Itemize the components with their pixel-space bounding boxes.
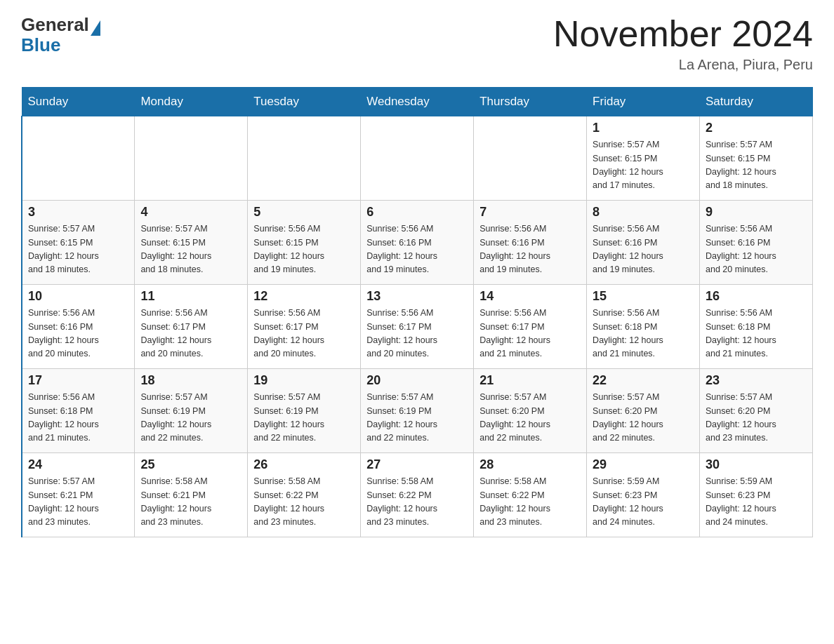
day-info: Sunrise: 5:56 AM Sunset: 6:17 PM Dayligh…: [479, 307, 581, 361]
day-info: Sunrise: 5:56 AM Sunset: 6:16 PM Dayligh…: [706, 222, 807, 277]
day-number: 7: [479, 205, 581, 220]
calendar-cell: 5Sunrise: 5:56 AM Sunset: 6:15 PM Daylig…: [248, 201, 361, 285]
weekday-header-row: SundayMondayTuesdayWednesdayThursdayFrid…: [22, 88, 813, 116]
calendar-cell: [135, 116, 248, 201]
day-info: Sunrise: 5:56 AM Sunset: 6:17 PM Dayligh…: [140, 307, 241, 361]
calendar-cell: 11Sunrise: 5:56 AM Sunset: 6:17 PM Dayli…: [135, 285, 248, 369]
day-info: Sunrise: 5:58 AM Sunset: 6:22 PM Dayligh…: [479, 475, 581, 530]
day-info: Sunrise: 5:57 AM Sunset: 6:15 PM Dayligh…: [140, 222, 241, 277]
day-number: 26: [253, 457, 355, 472]
logo-general-text: General: [21, 14, 89, 35]
calendar-cell: 3Sunrise: 5:57 AM Sunset: 6:15 PM Daylig…: [22, 201, 135, 285]
calendar-cell: 14Sunrise: 5:56 AM Sunset: 6:17 PM Dayli…: [474, 285, 587, 369]
day-info: Sunrise: 5:57 AM Sunset: 6:15 PM Dayligh…: [28, 222, 128, 277]
day-number: 28: [479, 457, 581, 472]
calendar-cell: 27Sunrise: 5:58 AM Sunset: 6:22 PM Dayli…: [361, 453, 474, 537]
calendar-cell: 10Sunrise: 5:56 AM Sunset: 6:16 PM Dayli…: [22, 285, 135, 369]
day-info: Sunrise: 5:58 AM Sunset: 6:22 PM Dayligh…: [253, 475, 355, 530]
day-info: Sunrise: 5:57 AM Sunset: 6:19 PM Dayligh…: [253, 391, 355, 445]
day-info: Sunrise: 5:58 AM Sunset: 6:21 PM Dayligh…: [140, 475, 241, 530]
day-info: Sunrise: 5:56 AM Sunset: 6:15 PM Dayligh…: [253, 222, 355, 277]
day-info: Sunrise: 5:56 AM Sunset: 6:18 PM Dayligh…: [28, 391, 128, 445]
calendar-cell: 12Sunrise: 5:56 AM Sunset: 6:17 PM Dayli…: [248, 285, 361, 369]
location-label: La Arena, Piura, Peru: [553, 57, 813, 73]
day-number: 23: [706, 373, 807, 388]
week-row-2: 3Sunrise: 5:57 AM Sunset: 6:15 PM Daylig…: [22, 201, 813, 285]
day-number: 17: [28, 373, 128, 388]
calendar-cell: 18Sunrise: 5:57 AM Sunset: 6:19 PM Dayli…: [135, 369, 248, 453]
calendar-cell: 30Sunrise: 5:59 AM Sunset: 6:23 PM Dayli…: [700, 453, 813, 537]
logo: General Blue: [21, 14, 100, 56]
day-info: Sunrise: 5:56 AM Sunset: 6:17 PM Dayligh…: [366, 307, 468, 361]
day-info: Sunrise: 5:57 AM Sunset: 6:15 PM Dayligh…: [593, 138, 694, 193]
day-info: Sunrise: 5:56 AM Sunset: 6:18 PM Dayligh…: [593, 307, 694, 361]
day-info: Sunrise: 5:56 AM Sunset: 6:18 PM Dayligh…: [706, 307, 807, 361]
weekday-header-saturday: Saturday: [700, 88, 813, 116]
day-number: 11: [140, 289, 241, 304]
day-number: 3: [28, 205, 128, 220]
weekday-header-friday: Friday: [587, 88, 700, 116]
calendar-cell: 21Sunrise: 5:57 AM Sunset: 6:20 PM Dayli…: [474, 369, 587, 453]
title-block: November 2024 La Arena, Piura, Peru: [553, 14, 813, 73]
calendar-cell: 15Sunrise: 5:56 AM Sunset: 6:18 PM Dayli…: [587, 285, 700, 369]
calendar-cell: 28Sunrise: 5:58 AM Sunset: 6:22 PM Dayli…: [474, 453, 587, 537]
day-number: 25: [140, 457, 241, 472]
day-info: Sunrise: 5:57 AM Sunset: 6:20 PM Dayligh…: [593, 391, 694, 445]
day-info: Sunrise: 5:56 AM Sunset: 6:16 PM Dayligh…: [366, 222, 468, 277]
day-info: Sunrise: 5:56 AM Sunset: 6:16 PM Dayligh…: [28, 307, 128, 361]
week-row-3: 10Sunrise: 5:56 AM Sunset: 6:16 PM Dayli…: [22, 285, 813, 369]
day-info: Sunrise: 5:56 AM Sunset: 6:16 PM Dayligh…: [479, 222, 581, 277]
day-info: Sunrise: 5:57 AM Sunset: 6:21 PM Dayligh…: [28, 475, 128, 530]
calendar-cell: 4Sunrise: 5:57 AM Sunset: 6:15 PM Daylig…: [135, 201, 248, 285]
day-number: 30: [706, 457, 807, 472]
calendar-cell: 9Sunrise: 5:56 AM Sunset: 6:16 PM Daylig…: [700, 201, 813, 285]
weekday-header-monday: Monday: [135, 88, 248, 116]
day-number: 21: [479, 373, 581, 388]
calendar-cell: 6Sunrise: 5:56 AM Sunset: 6:16 PM Daylig…: [361, 201, 474, 285]
weekday-header-sunday: Sunday: [22, 88, 135, 116]
weekday-header-thursday: Thursday: [474, 88, 587, 116]
week-row-1: 1Sunrise: 5:57 AM Sunset: 6:15 PM Daylig…: [22, 116, 813, 201]
calendar-cell: [22, 116, 135, 201]
day-number: 9: [706, 205, 807, 220]
day-info: Sunrise: 5:59 AM Sunset: 6:23 PM Dayligh…: [593, 475, 694, 530]
weekday-header-wednesday: Wednesday: [361, 88, 474, 116]
day-number: 1: [593, 121, 694, 135]
day-number: 5: [253, 205, 355, 220]
calendar-cell: 17Sunrise: 5:56 AM Sunset: 6:18 PM Dayli…: [22, 369, 135, 453]
day-number: 12: [253, 289, 355, 304]
day-number: 22: [593, 373, 694, 388]
calendar-cell: [474, 116, 587, 201]
day-info: Sunrise: 5:56 AM Sunset: 6:17 PM Dayligh…: [253, 307, 355, 361]
logo-blue-text: Blue: [21, 34, 100, 56]
day-number: 10: [28, 289, 128, 304]
day-number: 24: [28, 457, 128, 472]
day-info: Sunrise: 5:56 AM Sunset: 6:16 PM Dayligh…: [593, 222, 694, 277]
calendar-cell: [361, 116, 474, 201]
logo-triangle-icon: [91, 20, 100, 36]
day-number: 6: [366, 205, 468, 220]
day-info: Sunrise: 5:57 AM Sunset: 6:15 PM Dayligh…: [706, 138, 807, 193]
calendar-cell: 23Sunrise: 5:57 AM Sunset: 6:20 PM Dayli…: [700, 369, 813, 453]
day-number: 4: [140, 205, 241, 220]
day-info: Sunrise: 5:57 AM Sunset: 6:20 PM Dayligh…: [479, 391, 581, 445]
week-row-5: 24Sunrise: 5:57 AM Sunset: 6:21 PM Dayli…: [22, 453, 813, 537]
day-number: 16: [706, 289, 807, 304]
calendar-cell: 1Sunrise: 5:57 AM Sunset: 6:15 PM Daylig…: [587, 116, 700, 201]
calendar-cell: 2Sunrise: 5:57 AM Sunset: 6:15 PM Daylig…: [700, 116, 813, 201]
day-info: Sunrise: 5:57 AM Sunset: 6:19 PM Dayligh…: [140, 391, 241, 445]
calendar-cell: 29Sunrise: 5:59 AM Sunset: 6:23 PM Dayli…: [587, 453, 700, 537]
calendar-cell: 8Sunrise: 5:56 AM Sunset: 6:16 PM Daylig…: [587, 201, 700, 285]
day-number: 8: [593, 205, 694, 220]
calendar-cell: 22Sunrise: 5:57 AM Sunset: 6:20 PM Dayli…: [587, 369, 700, 453]
day-number: 27: [366, 457, 468, 472]
day-number: 2: [706, 121, 807, 135]
day-info: Sunrise: 5:57 AM Sunset: 6:20 PM Dayligh…: [706, 391, 807, 445]
calendar-cell: 13Sunrise: 5:56 AM Sunset: 6:17 PM Dayli…: [361, 285, 474, 369]
day-number: 18: [140, 373, 241, 388]
day-number: 19: [253, 373, 355, 388]
week-row-4: 17Sunrise: 5:56 AM Sunset: 6:18 PM Dayli…: [22, 369, 813, 453]
weekday-header-tuesday: Tuesday: [248, 88, 361, 116]
calendar-cell: 19Sunrise: 5:57 AM Sunset: 6:19 PM Dayli…: [248, 369, 361, 453]
day-info: Sunrise: 5:58 AM Sunset: 6:22 PM Dayligh…: [366, 475, 468, 530]
